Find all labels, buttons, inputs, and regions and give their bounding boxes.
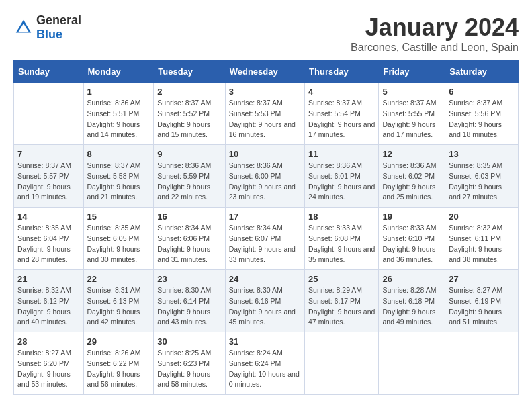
calendar-cell: 4Sunrise: 8:37 AMSunset: 5:54 PMDaylight… bbox=[305, 83, 379, 145]
day-info: Sunrise: 8:29 AMSunset: 6:17 PMDaylight:… bbox=[308, 285, 375, 328]
col-saturday: Saturday bbox=[445, 61, 519, 83]
day-number: 7 bbox=[17, 149, 80, 159]
day-info: Sunrise: 8:32 AMSunset: 6:11 PMDaylight:… bbox=[449, 223, 515, 265]
calendar-cell: 14Sunrise: 8:35 AMSunset: 6:04 PMDayligh… bbox=[14, 208, 84, 270]
calendar-cell: 18Sunrise: 8:33 AMSunset: 6:08 PMDayligh… bbox=[305, 208, 379, 270]
calendar-cell: 30Sunrise: 8:25 AMSunset: 6:23 PMDayligh… bbox=[154, 332, 225, 395]
calendar-cell: 29Sunrise: 8:26 AMSunset: 6:22 PMDayligh… bbox=[83, 332, 154, 395]
day-number: 20 bbox=[449, 212, 515, 222]
day-number: 18 bbox=[308, 212, 375, 222]
day-info: Sunrise: 8:35 AMSunset: 6:03 PMDaylight:… bbox=[449, 161, 515, 203]
day-info: Sunrise: 8:34 AMSunset: 6:07 PMDaylight:… bbox=[229, 223, 301, 265]
col-sunday: Sunday bbox=[14, 61, 84, 83]
logo-general: General bbox=[36, 13, 81, 27]
day-number: 1 bbox=[87, 87, 150, 97]
calendar-cell: 11Sunrise: 8:36 AMSunset: 6:01 PMDayligh… bbox=[305, 145, 379, 208]
col-tuesday: Tuesday bbox=[154, 61, 225, 83]
header-row: Sunday Monday Tuesday Wednesday Thursday… bbox=[14, 61, 519, 83]
day-number: 12 bbox=[382, 149, 441, 159]
day-info: Sunrise: 8:37 AMSunset: 5:55 PMDaylight:… bbox=[382, 98, 441, 140]
calendar-cell: 24Sunrise: 8:30 AMSunset: 6:16 PMDayligh… bbox=[225, 270, 304, 332]
calendar-cell bbox=[445, 332, 519, 395]
calendar-cell: 13Sunrise: 8:35 AMSunset: 6:03 PMDayligh… bbox=[445, 145, 519, 208]
calendar-week-row: 28Sunrise: 8:27 AMSunset: 6:20 PMDayligh… bbox=[14, 332, 519, 395]
logo-text: General Blue bbox=[36, 13, 81, 42]
day-number: 17 bbox=[229, 212, 301, 222]
day-info: Sunrise: 8:32 AMSunset: 6:12 PMDaylight:… bbox=[17, 285, 80, 328]
day-number: 28 bbox=[17, 336, 80, 347]
day-info: Sunrise: 8:36 AMSunset: 6:00 PMDaylight:… bbox=[229, 161, 301, 203]
calendar-cell: 5Sunrise: 8:37 AMSunset: 5:55 PMDaylight… bbox=[379, 83, 445, 145]
calendar-cell: 8Sunrise: 8:37 AMSunset: 5:58 PMDaylight… bbox=[83, 145, 154, 208]
day-number: 19 bbox=[382, 212, 441, 222]
calendar-week-row: 21Sunrise: 8:32 AMSunset: 6:12 PMDayligh… bbox=[14, 270, 519, 332]
day-info: Sunrise: 8:26 AMSunset: 6:22 PMDaylight:… bbox=[87, 348, 150, 390]
day-info: Sunrise: 8:28 AMSunset: 6:18 PMDaylight:… bbox=[382, 285, 441, 328]
day-number: 30 bbox=[157, 336, 221, 347]
day-number: 15 bbox=[87, 212, 150, 222]
col-friday: Friday bbox=[379, 61, 445, 83]
calendar-header: Sunday Monday Tuesday Wednesday Thursday… bbox=[14, 61, 519, 83]
calendar-cell bbox=[14, 83, 84, 145]
day-info: Sunrise: 8:37 AMSunset: 5:52 PMDaylight:… bbox=[157, 98, 221, 140]
day-info: Sunrise: 8:37 AMSunset: 5:57 PMDaylight:… bbox=[17, 161, 80, 203]
calendar-cell: 2Sunrise: 8:37 AMSunset: 5:52 PMDaylight… bbox=[154, 83, 225, 145]
day-info: Sunrise: 8:37 AMSunset: 5:56 PMDaylight:… bbox=[449, 98, 515, 140]
day-number: 2 bbox=[157, 87, 221, 97]
day-info: Sunrise: 8:24 AMSunset: 6:24 PMDaylight:… bbox=[229, 348, 301, 390]
logo-icon bbox=[13, 17, 34, 38]
day-number: 3 bbox=[229, 87, 301, 97]
day-info: Sunrise: 8:25 AMSunset: 6:23 PMDaylight:… bbox=[157, 348, 221, 390]
day-number: 22 bbox=[87, 274, 150, 284]
day-number: 6 bbox=[449, 87, 515, 97]
location-title: Barcones, Castille and Leon, Spain bbox=[351, 42, 519, 54]
day-number: 9 bbox=[157, 149, 221, 159]
calendar-cell: 19Sunrise: 8:33 AMSunset: 6:10 PMDayligh… bbox=[379, 208, 445, 270]
day-info: Sunrise: 8:37 AMSunset: 5:54 PMDaylight:… bbox=[308, 98, 375, 140]
day-info: Sunrise: 8:35 AMSunset: 6:05 PMDaylight:… bbox=[87, 223, 150, 265]
day-info: Sunrise: 8:36 AMSunset: 6:01 PMDaylight:… bbox=[308, 161, 375, 203]
day-info: Sunrise: 8:37 AMSunset: 5:58 PMDaylight:… bbox=[87, 161, 150, 203]
calendar-cell: 28Sunrise: 8:27 AMSunset: 6:20 PMDayligh… bbox=[14, 332, 84, 395]
calendar-cell: 23Sunrise: 8:30 AMSunset: 6:14 PMDayligh… bbox=[154, 270, 225, 332]
col-wednesday: Wednesday bbox=[225, 61, 304, 83]
day-number: 21 bbox=[17, 274, 80, 284]
day-info: Sunrise: 8:36 AMSunset: 5:51 PMDaylight:… bbox=[87, 98, 150, 140]
month-title: January 2024 bbox=[351, 13, 519, 42]
calendar-cell: 25Sunrise: 8:29 AMSunset: 6:17 PMDayligh… bbox=[305, 270, 379, 332]
day-number: 27 bbox=[449, 274, 515, 284]
calendar-cell bbox=[379, 332, 445, 395]
day-number: 8 bbox=[87, 149, 150, 159]
day-info: Sunrise: 8:27 AMSunset: 6:20 PMDaylight:… bbox=[17, 348, 80, 390]
day-number: 10 bbox=[229, 149, 301, 159]
calendar-cell: 3Sunrise: 8:37 AMSunset: 5:53 PMDaylight… bbox=[225, 83, 304, 145]
calendar-cell: 16Sunrise: 8:34 AMSunset: 6:06 PMDayligh… bbox=[154, 208, 225, 270]
col-monday: Monday bbox=[83, 61, 154, 83]
calendar-cell bbox=[305, 332, 379, 395]
calendar-cell: 10Sunrise: 8:36 AMSunset: 6:00 PMDayligh… bbox=[225, 145, 304, 208]
day-number: 14 bbox=[17, 212, 80, 222]
day-info: Sunrise: 8:30 AMSunset: 6:14 PMDaylight:… bbox=[157, 285, 221, 328]
calendar-cell: 7Sunrise: 8:37 AMSunset: 5:57 PMDaylight… bbox=[14, 145, 84, 208]
day-number: 5 bbox=[382, 87, 441, 97]
calendar-cell: 17Sunrise: 8:34 AMSunset: 6:07 PMDayligh… bbox=[225, 208, 304, 270]
calendar-week-row: 14Sunrise: 8:35 AMSunset: 6:04 PMDayligh… bbox=[14, 208, 519, 270]
day-info: Sunrise: 8:37 AMSunset: 5:53 PMDaylight:… bbox=[229, 98, 301, 140]
title-section: January 2024 Barcones, Castille and Leon… bbox=[351, 13, 519, 54]
day-number: 29 bbox=[87, 336, 150, 347]
day-info: Sunrise: 8:27 AMSunset: 6:19 PMDaylight:… bbox=[449, 285, 515, 328]
calendar-body: 1Sunrise: 8:36 AMSunset: 5:51 PMDaylight… bbox=[14, 83, 519, 395]
day-number: 26 bbox=[382, 274, 441, 284]
calendar-cell: 26Sunrise: 8:28 AMSunset: 6:18 PMDayligh… bbox=[379, 270, 445, 332]
calendar-cell: 31Sunrise: 8:24 AMSunset: 6:24 PMDayligh… bbox=[225, 332, 304, 395]
calendar-week-row: 1Sunrise: 8:36 AMSunset: 5:51 PMDaylight… bbox=[14, 83, 519, 145]
day-info: Sunrise: 8:35 AMSunset: 6:04 PMDaylight:… bbox=[17, 223, 80, 265]
day-info: Sunrise: 8:30 AMSunset: 6:16 PMDaylight:… bbox=[229, 285, 301, 328]
day-number: 31 bbox=[229, 336, 301, 347]
calendar-cell: 15Sunrise: 8:35 AMSunset: 6:05 PMDayligh… bbox=[83, 208, 154, 270]
day-number: 25 bbox=[308, 274, 375, 284]
calendar-cell: 21Sunrise: 8:32 AMSunset: 6:12 PMDayligh… bbox=[14, 270, 84, 332]
logo-blue: Blue bbox=[36, 28, 62, 41]
day-info: Sunrise: 8:36 AMSunset: 5:59 PMDaylight:… bbox=[157, 161, 221, 203]
day-info: Sunrise: 8:34 AMSunset: 6:06 PMDaylight:… bbox=[157, 223, 221, 265]
